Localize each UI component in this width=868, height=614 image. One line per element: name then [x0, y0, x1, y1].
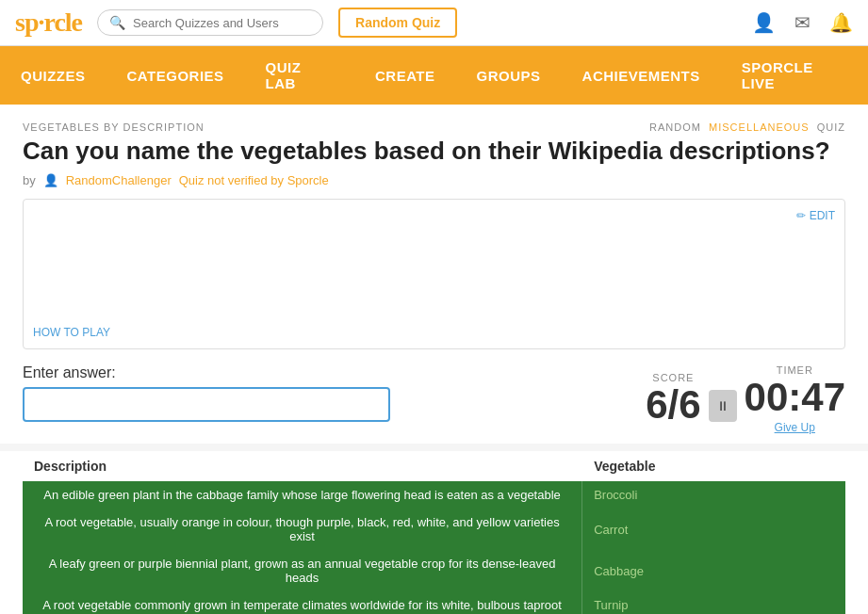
vegetable-cell: Turnip: [582, 591, 845, 614]
col-header-vegetable: Vegetable: [582, 451, 845, 481]
vegetable-cell: Cabbage: [582, 550, 845, 591]
random-suffix: QUIZ: [817, 121, 845, 133]
nav-bar: QUIZZES CATEGORIES QUIZ LAB CREATE GROUP…: [0, 46, 868, 105]
bell-icon[interactable]: 🔔: [829, 11, 853, 34]
table-row: A root vegetable, usually orange in colo…: [23, 509, 845, 550]
timer-value: 00:47: [745, 376, 845, 419]
vegetable-cell: Broccoli: [582, 481, 845, 509]
by-text: by: [23, 173, 36, 187]
description-cell: A leafy green or purple biennial plant, …: [23, 550, 582, 591]
pause-button[interactable]: ⏸: [709, 390, 737, 422]
search-icon: 🔍: [109, 15, 125, 30]
results-section: Description Vegetable An edible green pl…: [0, 451, 868, 614]
nav-item-quizzes[interactable]: QUIZZES: [0, 55, 106, 97]
nav-item-create[interactable]: CREATE: [354, 55, 456, 97]
nav-item-groups[interactable]: GROUPS: [456, 55, 562, 97]
quiz-meta-top: VEGETABLES BY DESCRIPTION RANDOM MISCELL…: [23, 121, 845, 133]
header: sp·rcle 🔍 Random Quiz 👤 ✉ 🔔: [0, 0, 868, 46]
search-bar[interactable]: 🔍: [97, 9, 323, 36]
nav-item-achievements[interactable]: ACHIEVEMENTS: [562, 55, 721, 97]
random-quiz-label: RANDOM MISCELLANEOUS QUIZ: [649, 121, 845, 133]
table-row: A leafy green or purple biennial plant, …: [23, 550, 845, 591]
give-up-link[interactable]: Give Up: [745, 421, 845, 434]
description-cell: An edible green plant in the cabbage fam…: [23, 481, 582, 509]
table-row: An edible green plant in the cabbage fam…: [23, 481, 845, 509]
answer-section: Enter answer: SCORE 6/6 ⏸ TIMER 00:47 Gi…: [23, 349, 845, 444]
nav-item-sporcle-live[interactable]: SPORCLE LIVE: [721, 46, 868, 105]
not-verified-text: Quiz not verified by Sporcle: [179, 173, 329, 187]
nav-item-quiz-lab[interactable]: QUIZ LAB: [245, 46, 354, 105]
results-table: Description Vegetable An edible green pl…: [23, 451, 845, 614]
quiz-category-label: VEGETABLES BY DESCRIPTION: [23, 121, 205, 133]
random-prefix: RANDOM: [649, 121, 701, 133]
score-block: SCORE 6/6: [646, 372, 700, 427]
nav-item-categories[interactable]: CATEGORIES: [106, 55, 245, 97]
score-timer-block: SCORE 6/6 ⏸ TIMER 00:47 Give Up: [646, 364, 845, 434]
main-content: VEGETABLES BY DESCRIPTION RANDOM MISCELL…: [0, 105, 868, 444]
random-quiz-button[interactable]: Random Quiz: [338, 8, 457, 38]
col-header-description: Description: [23, 451, 582, 481]
timer-block: TIMER 00:47 Give Up: [745, 364, 845, 434]
enter-answer-block: Enter answer:: [23, 364, 627, 422]
author-icon: 👤: [43, 173, 58, 187]
vegetable-cell: Carrot: [582, 509, 845, 550]
miscellaneous-link[interactable]: MISCELLANEOUS: [709, 121, 810, 133]
quiz-title: Can you name the vegetables based on the…: [23, 137, 845, 166]
score-value: 6/6: [646, 383, 700, 427]
search-input[interactable]: [133, 16, 311, 30]
enter-answer-label: Enter answer:: [23, 364, 627, 381]
how-to-play-link[interactable]: HOW TO PLAY: [33, 326, 110, 339]
header-icons: 👤 ✉ 🔔: [752, 11, 853, 34]
pencil-icon: ✏: [796, 209, 806, 222]
site-logo[interactable]: sp·rcle: [15, 8, 82, 38]
mail-icon[interactable]: ✉: [794, 11, 811, 34]
answer-input[interactable]: [23, 387, 390, 422]
quiz-author-line: by 👤 RandomChallenger Quiz not verified …: [23, 173, 845, 187]
table-row: A root vegetable commonly grown in tempe…: [23, 591, 845, 614]
author-link[interactable]: RandomChallenger: [66, 173, 172, 187]
edit-button[interactable]: ✏ EDIT: [796, 209, 835, 222]
description-cell: A root vegetable commonly grown in tempe…: [23, 591, 582, 614]
user-icon[interactable]: 👤: [752, 11, 776, 34]
quiz-play-area: ✏ EDIT HOW TO PLAY: [23, 199, 845, 349]
description-cell: A root vegetable, usually orange in colo…: [23, 509, 582, 550]
